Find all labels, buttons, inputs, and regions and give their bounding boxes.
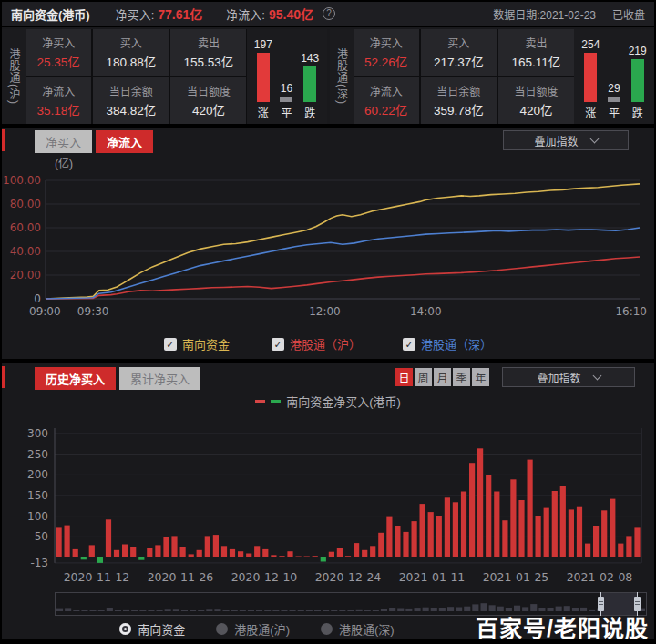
stat-cell: 当日余额384.82亿 xyxy=(93,77,169,124)
net-inflow-value: 95.40亿 xyxy=(269,5,313,23)
stat-label: 卖出 xyxy=(525,35,547,50)
radio-unselected-icon[interactable] xyxy=(321,623,333,635)
stat-label: 当日余额 xyxy=(436,83,480,98)
stat-cell: 卖出165.11亿 xyxy=(498,29,574,76)
section-divider xyxy=(2,359,654,363)
tab-net-inflow[interactable]: 净流入 xyxy=(96,130,153,153)
chevron-down-icon xyxy=(589,134,599,143)
stat-value: 60.22亿 xyxy=(364,100,407,118)
radio-sh[interactable]: 港股通(沪) xyxy=(216,620,290,638)
svg-text:09:30: 09:30 xyxy=(77,305,109,318)
stat-label: 当日余额 xyxy=(109,83,153,98)
stat-cell: 净流入60.22亿 xyxy=(354,77,419,124)
legend-item-sh[interactable]: 港股通（沪） xyxy=(272,335,361,353)
history-section-header: 历史净买入 累计净买入 日 周 月 季 年 叠加指数 xyxy=(2,366,654,388)
checkbox-checked-icon[interactable] xyxy=(164,338,177,351)
stat-value: 180.88亿 xyxy=(106,52,156,70)
stat-label: 当日额度 xyxy=(514,83,558,98)
down-count: 143 xyxy=(301,52,319,65)
net-buy-label: 净买入: xyxy=(116,5,155,23)
tab-history-net-buy[interactable]: 历史净买入 xyxy=(35,367,116,390)
history-bar-chart[interactable]: 30025020015010050-132020-11-122020-11-26… xyxy=(2,410,654,588)
stat-label: 买入 xyxy=(120,35,142,50)
up-label: 涨 xyxy=(585,105,596,120)
intraday-section-header: 净买入 净流入 叠加指数 xyxy=(2,129,654,151)
flat-label: 平 xyxy=(609,105,620,120)
stat-cell: 卖出155.53亿 xyxy=(170,29,246,76)
radio-sz[interactable]: 港股通(深) xyxy=(321,620,395,638)
flat-count: 16 xyxy=(281,82,292,95)
stat-panels-row: 港股通(沪) 净买入25.35亿 买入180.88亿 卖出155.53亿 净流入… xyxy=(2,29,654,124)
chevron-down-icon xyxy=(592,371,601,380)
svg-text:250: 250 xyxy=(27,448,48,461)
svg-text:16:10: 16:10 xyxy=(615,305,647,318)
stat-value: 420亿 xyxy=(519,100,552,118)
radio-selected-icon[interactable] xyxy=(119,623,131,635)
legend-item-southbound[interactable]: 南向资金 xyxy=(164,335,230,353)
flat-bar xyxy=(608,97,620,102)
positive-dash-icon xyxy=(255,400,265,403)
up-count: 254 xyxy=(581,38,600,51)
svg-text:2021-01-25: 2021-01-25 xyxy=(483,570,549,584)
page-title: 南向资金(港币) xyxy=(11,5,90,23)
advance-decline-chart: 197涨 16平 143跌 xyxy=(247,29,327,124)
svg-text:80.00: 80.00 xyxy=(10,198,41,210)
watermark: 百家号/老阳说股 xyxy=(476,610,649,639)
intraday-legend: 南向资金 港股通（沪） 港股通（深） xyxy=(2,335,654,353)
hgt-sz-panel: 港股通(深) 净买入52.26亿 买入217.37亿 卖出165.11亿 净流入… xyxy=(330,29,655,124)
red-accent-bar xyxy=(2,366,5,388)
svg-text:2020-12-10: 2020-12-10 xyxy=(231,570,298,584)
stat-value: 217.37亿 xyxy=(434,52,484,70)
period-year-button[interactable]: 年 xyxy=(472,368,489,386)
svg-text:2021-02-08: 2021-02-08 xyxy=(567,570,633,584)
stat-value: 25.35亿 xyxy=(36,52,79,70)
period-month-button[interactable]: 月 xyxy=(434,368,451,386)
legend-label: 港股通（沪） xyxy=(290,335,361,353)
checkbox-checked-icon[interactable] xyxy=(403,338,415,351)
intraday-line-chart[interactable]: 100.0080.0060.0040.0020.00009:0009:3012:… xyxy=(2,168,654,321)
svg-text:20.00: 20.00 xyxy=(10,269,41,281)
hgt-sh-panel-title: 港股通(沪) xyxy=(2,29,26,124)
legend-label: 港股通（深） xyxy=(421,335,492,353)
overlay-index-dropdown[interactable]: 叠加指数 xyxy=(502,367,635,387)
svg-text:60.00: 60.00 xyxy=(10,221,41,234)
net-inflow-label: 净流入: xyxy=(226,5,265,23)
data-date: 数据日期:2021-02-23 xyxy=(493,6,596,22)
radio-unselected-icon[interactable] xyxy=(216,623,228,635)
overlay-index-dropdown[interactable]: 叠加指数 xyxy=(503,130,629,150)
tab-net-buy[interactable]: 净买入 xyxy=(35,130,92,153)
period-day-button[interactable]: 日 xyxy=(395,368,413,386)
stat-value: 420亿 xyxy=(192,100,225,118)
stat-cell: 当日余额359.78亿 xyxy=(421,77,497,124)
svg-text:12:00: 12:00 xyxy=(309,305,341,318)
down-label: 跌 xyxy=(632,105,643,120)
svg-text:100: 100 xyxy=(27,510,48,523)
checkbox-checked-icon[interactable] xyxy=(272,338,284,351)
down-label: 跌 xyxy=(304,105,315,120)
history-chart-title: 南向资金净买入(港币) xyxy=(2,393,654,410)
hgt-sz-stats: 净买入52.26亿 买入217.37亿 卖出165.11亿 净流入60.22亿 … xyxy=(354,29,575,124)
stat-cell: 买入180.88亿 xyxy=(93,29,169,76)
legend-label: 南向资金 xyxy=(182,335,230,353)
period-week-button[interactable]: 周 xyxy=(415,368,432,386)
red-accent-bar xyxy=(2,129,5,151)
svg-text:100.00: 100.00 xyxy=(3,174,41,187)
history-chart-title-label: 南向资金净买入(港币) xyxy=(286,393,401,410)
period-quarter-button[interactable]: 季 xyxy=(453,368,470,386)
market-status-badge: 已收盘 xyxy=(612,6,645,22)
radio-southbound[interactable]: 南向资金 xyxy=(119,620,185,638)
stat-cell: 净买入25.35亿 xyxy=(26,29,91,76)
up-bar xyxy=(257,53,270,102)
stat-label: 净流入 xyxy=(42,83,75,98)
stat-cell: 净流入35.18亿 xyxy=(26,77,91,124)
svg-text:0: 0 xyxy=(34,292,41,305)
svg-text:-13: -13 xyxy=(30,557,48,569)
stat-cell: 净买入52.26亿 xyxy=(354,29,419,76)
legend-item-sz[interactable]: 港股通（深） xyxy=(403,335,492,353)
svg-text:14:00: 14:00 xyxy=(410,305,442,318)
stat-value: 52.26亿 xyxy=(364,52,407,70)
stat-value: 384.82亿 xyxy=(106,100,156,118)
tab-cumulative-net-buy[interactable]: 累计净买入 xyxy=(119,367,200,390)
svg-text:2021-01-11: 2021-01-11 xyxy=(399,570,466,584)
help-icon[interactable]: ? xyxy=(323,7,335,20)
